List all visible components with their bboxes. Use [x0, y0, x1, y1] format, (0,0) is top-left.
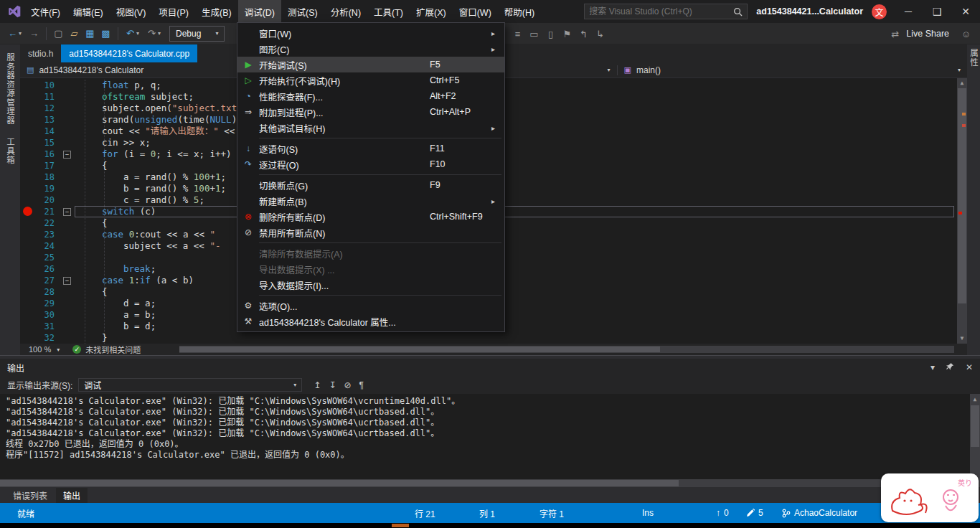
debug-menu-item[interactable]: 窗口(W)▸ [237, 25, 504, 41]
breakpoint-margin[interactable] [20, 240, 34, 252]
menubar-item[interactable]: 调试(D) [238, 0, 281, 23]
fold-toggle-icon[interactable]: − [63, 277, 71, 285]
breakpoint-margin[interactable] [20, 206, 34, 217]
breakpoint-margin[interactable] [20, 183, 34, 194]
debug-menu-item[interactable]: ⊗删除所有断点(D)Ctrl+Shift+F9 [237, 209, 504, 225]
output-source-combo[interactable]: 调试 ▾ [78, 378, 302, 392]
breakpoint-margin[interactable] [20, 263, 34, 275]
editor-vertical-scrollbar[interactable]: ▲ ▼ [957, 78, 967, 344]
undo-icon[interactable]: ↶ [123, 28, 137, 39]
debug-menu-item[interactable]: 导入数据提示(I)... [237, 277, 504, 293]
status-line[interactable]: 行 21 [415, 503, 435, 523]
close-button[interactable]: ✕ [951, 0, 980, 23]
minimize-button[interactable]: ─ [894, 0, 923, 23]
window-position-icon[interactable]: ▾ [930, 362, 935, 372]
redo-icon[interactable]: ↷ [145, 28, 159, 39]
menubar-item[interactable]: 测试(S) [281, 0, 324, 23]
editor-tab[interactable]: ad1543844218's Calculator.cpp [61, 44, 197, 62]
breakpoint-margin[interactable] [20, 148, 34, 160]
debug-menu-item[interactable]: 图形(C)▸ [237, 41, 504, 57]
debug-menu-item[interactable]: 新建断点(B)▸ [237, 193, 504, 209]
scrollbar-thumb[interactable] [971, 405, 979, 447]
forward-icon[interactable]: → [27, 28, 41, 39]
breakpoint-margin[interactable] [20, 103, 34, 114]
save-icon[interactable]: ▦ [83, 28, 97, 39]
debug-target-combo[interactable]: Debug ▾ [169, 26, 225, 42]
search-input[interactable] [589, 6, 729, 16]
breakpoint-margin[interactable] [20, 91, 34, 103]
menubar-item[interactable]: 生成(B) [195, 0, 238, 23]
scrollbar-thumb[interactable] [958, 88, 966, 303]
open-folder-icon[interactable]: ▱ [67, 28, 81, 39]
debug-menu-item[interactable]: ◔性能探查器(F)...Alt+F2 [237, 88, 504, 104]
chevron-down-icon[interactable]: ▾ [158, 30, 164, 37]
breakpoint-margin[interactable] [20, 137, 34, 148]
breakpoint-margin[interactable] [20, 229, 34, 240]
debug-menu-item[interactable]: ▶开始调试(S)F5 [237, 57, 504, 72]
outline-icon[interactable]: ≡ [511, 29, 524, 39]
comment-icon[interactable]: ▭ [527, 29, 541, 39]
side-tab[interactable]: 服务器资源管理器 [4, 53, 16, 125]
breakpoint-icon[interactable] [23, 207, 32, 216]
menubar-item[interactable]: 工具(T) [367, 0, 410, 23]
member-dropdown[interactable]: ▣ main() ▾ [617, 65, 967, 75]
back-icon[interactable]: ← [6, 28, 19, 39]
status-insert-mode[interactable]: Ins [642, 503, 654, 523]
fold-toggle-icon[interactable]: − [63, 151, 71, 159]
menubar-item[interactable]: 项目(P) [152, 0, 195, 23]
debug-menu-item[interactable]: 切换断点(G)F9 [237, 177, 504, 193]
debug-menu-item[interactable]: 其他调试目标(H)▸ [237, 120, 504, 136]
menubar-item[interactable]: 帮助(H) [498, 0, 541, 23]
debug-menu-item[interactable]: ↷逐过程(O)F10 [237, 156, 504, 172]
prev-message-icon[interactable]: ↥ [314, 380, 321, 390]
pending-changes[interactable]: 5 [746, 503, 763, 523]
side-tab[interactable]: 工具箱 [4, 138, 16, 165]
debug-menu-item[interactable]: ⚒ad1543844218's Calculator 属性... [237, 314, 504, 329]
breakpoint-margin[interactable] [20, 286, 34, 298]
breakpoint-margin[interactable] [20, 298, 34, 309]
zoom-combo[interactable]: 100 % ▾ [23, 345, 65, 354]
output-text-area[interactable]: "ad1543844218's Calculator.exe" (Win32):… [0, 394, 980, 487]
side-tab[interactable]: 属性 [968, 49, 979, 67]
tool-window-tab[interactable]: 错误列表 [6, 488, 55, 503]
breakpoint-margin[interactable] [20, 194, 34, 206]
debug-menu-item[interactable]: ⚙选项(O)... [237, 298, 504, 314]
breakpoint-margin[interactable] [20, 332, 34, 344]
breakpoint-margin[interactable] [20, 217, 34, 229]
debug-menu-item[interactable]: ↓逐语句(S)F11 [237, 141, 504, 156]
breakpoint-margin[interactable] [20, 171, 34, 183]
menubar-item[interactable]: 窗口(W) [453, 0, 498, 23]
outgoing-commits[interactable]: ↑ 0 [716, 503, 729, 523]
editor-horizontal-scrollbar[interactable] [179, 346, 954, 353]
pin-icon[interactable] [946, 362, 954, 372]
send-feedback-icon[interactable]: ☺ [959, 29, 973, 39]
next-bookmark-icon[interactable]: ↳ [593, 29, 607, 39]
breakpoint-margin[interactable] [20, 160, 34, 171]
breakpoint-margin[interactable] [20, 309, 34, 321]
breakpoint-margin[interactable] [20, 80, 34, 91]
scroll-up-icon[interactable]: ▲ [957, 78, 967, 88]
debug-menu-item[interactable]: ⊘禁用所有断点(N) [237, 225, 504, 240]
save-all-icon[interactable]: ▩ [99, 28, 113, 39]
maximize-button[interactable]: ❑ [923, 0, 951, 23]
repository-selector[interactable]: AchaoCalculator [782, 503, 857, 523]
prev-bookmark-icon[interactable]: ↰ [577, 29, 590, 39]
clear-all-icon[interactable]: ⊘ [344, 380, 351, 390]
menubar-item[interactable]: 分析(N) [324, 0, 367, 23]
output-horizontal-scrollbar[interactable] [0, 479, 970, 487]
scrollbar-thumb[interactable] [179, 346, 659, 352]
tool-window-tab[interactable]: 输出 [56, 488, 88, 503]
scroll-up-icon[interactable]: ▲ [970, 394, 980, 404]
menubar-item[interactable]: 文件(F) [24, 0, 67, 23]
breakpoint-margin[interactable] [20, 126, 34, 137]
menubar-item[interactable]: 扩展(X) [410, 0, 453, 23]
debug-menu-item[interactable]: ⇒附加到进程(P)...Ctrl+Alt+P [237, 104, 504, 120]
fold-toggle-icon[interactable]: − [63, 208, 71, 216]
code-line[interactable]: 32} [20, 332, 967, 344]
ime-indicator[interactable]: 文 [872, 4, 887, 19]
uncomment-icon[interactable]: ▯ [544, 29, 557, 39]
word-wrap-icon[interactable]: ¶ [359, 380, 364, 390]
breakpoint-margin[interactable] [20, 321, 34, 332]
editor-tab[interactable]: stdio.h [20, 44, 61, 62]
status-character[interactable]: 字符 1 [540, 503, 564, 523]
